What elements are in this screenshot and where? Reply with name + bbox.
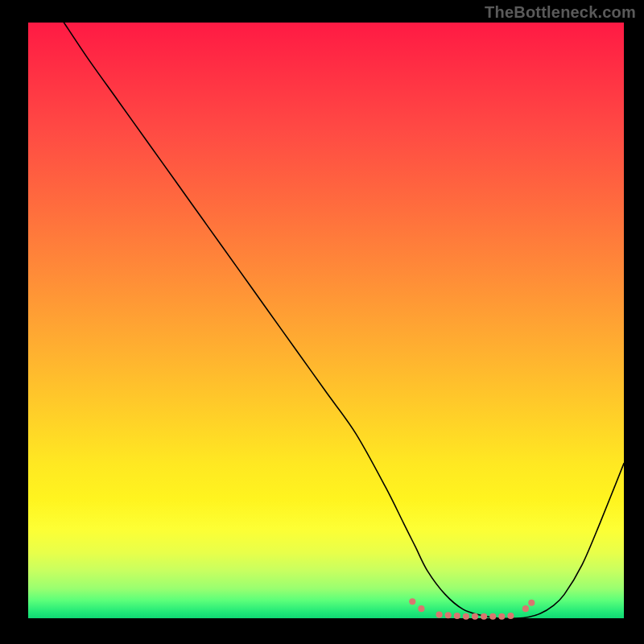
chart-marker-dot	[507, 613, 514, 619]
chart-marker-dot	[522, 605, 529, 612]
chart-marker-dot	[498, 613, 505, 620]
watermark-text: TheBottleneck.com	[485, 3, 636, 22]
chart-marker-dot	[445, 612, 452, 618]
chart-svg	[28, 23, 624, 618]
chart-marker-group	[409, 598, 535, 620]
chart-curve-line	[64, 23, 624, 618]
chart-marker-dot	[489, 613, 496, 620]
chart-marker-dot	[463, 613, 469, 620]
chart-marker-dot	[528, 600, 535, 606]
chart-marker-dot	[481, 613, 487, 620]
chart-marker-dot	[418, 605, 424, 612]
chart-plot-area	[28, 23, 624, 618]
chart-marker-dot	[454, 613, 460, 619]
chart-marker-dot	[436, 611, 443, 617]
chart-marker-dot	[409, 598, 415, 605]
chart-marker-dot	[472, 613, 478, 620]
